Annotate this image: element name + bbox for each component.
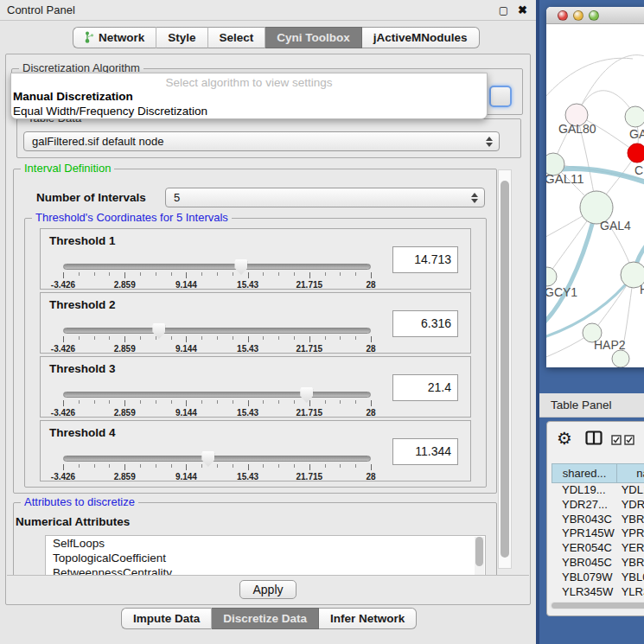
cell-name[interactable]: YIL05 [615,599,644,600]
threshold-value-field[interactable]: 6.316 [392,310,458,337]
cell-name[interactable]: YER05 [615,541,644,556]
node-label-gal11: GAL11 [546,171,584,186]
network-canvas[interactable]: GAL80GACGAL11GAL4GCY1HHAP2 [546,24,644,367]
cell-name[interactable]: YBL07 [615,571,644,585]
table-row[interactable]: YIL052CYIL05 [552,599,644,600]
tab-style[interactable]: Style [156,27,207,48]
slider-ticks [63,272,371,279]
threshold-slider[interactable]: -3.4262.8599.14415.4321.71528 [63,452,371,478]
interval-definition-label: Interval Definition [21,162,114,175]
split-pane-icon[interactable] [585,430,603,449]
table-row[interactable]: YBL079WYBL07 [552,571,644,585]
threshold-value-field[interactable]: 11.344 [392,438,458,465]
float-window-icon[interactable]: ▢ [499,4,508,16]
table-row[interactable]: YLR345WYLR34 [552,585,644,600]
node-top-right[interactable] [625,106,644,127]
column-header-shared[interactable]: shared... [552,463,617,483]
threshold-slider[interactable]: -3.4262.8599.14415.4321.71528 [63,388,371,414]
slider-track[interactable] [63,392,371,398]
thresholds-group: Threshold's Coordinates for 5 Intervals … [24,218,487,488]
algorithm-option-equal-width[interactable]: Equal Width/Frequency Discretization [13,105,207,118]
cell-name[interactable]: YBR04 [615,556,644,571]
slider-ticks [63,336,371,343]
threshold-slider[interactable]: -3.4262.8599.14415.4321.71528 [63,324,371,350]
slider-track[interactable] [63,328,371,334]
main-scrollbar-thumb[interactable] [501,181,509,558]
table-row[interactable]: YER054CYER05 [552,541,644,556]
node-label-c: C [634,163,643,177]
tab-cyni-toolbox[interactable]: Cyni Toolbox [265,27,362,48]
top-tab-bar: NetworkStyleSelectCyni ToolboxjActiveMNo… [73,27,480,48]
attribute-list-item[interactable]: SelfLoops [46,536,485,551]
threshold-label: Threshold 3 [49,362,116,375]
node-label-hap2: HAP2 [594,338,626,352]
minimize-traffic-light[interactable] [573,10,583,21]
cell-name[interactable]: YLR34 [615,585,644,600]
threshold-value-field[interactable]: 21.4 [392,374,458,401]
table-data-combo-value: galFiltered.sif default node [32,135,163,148]
zoom-traffic-light[interactable] [589,10,599,21]
threshold-slider[interactable]: -3.4262.8599.14415.4321.71528 [63,260,371,286]
network-edge[interactable] [577,55,644,115]
table-row[interactable]: YBR045CYBR04 [552,556,644,571]
slider-track[interactable] [63,264,371,270]
apply-button[interactable]: Apply [239,580,296,599]
table-hscrollbar-thumb[interactable] [552,603,644,609]
slider-track[interactable] [63,456,371,462]
table-body: YDL19...YDL19YDR27...YDR27YBR043CYBR04YP… [552,483,644,600]
network-view-window: GAL80GACGAL11GAL4GCY1HHAP2 [546,7,644,367]
node-gcy1[interactable] [546,267,557,286]
cell-name[interactable]: YDL19 [615,483,644,498]
close-icon[interactable]: ✖ [518,3,527,16]
right-panel: GAL80GACGAL11GAL4GCY1HHAP2 Table Panel ⚙… [536,0,644,644]
gear-icon[interactable]: ⚙ [557,428,572,449]
table-row[interactable]: YBR043CYBR04 [552,513,644,527]
bottom-tab-discretize-data[interactable]: Discretize Data [212,608,319,629]
node-label-gal80: GAL80 [558,122,596,136]
attributes-scrollbar[interactable] [475,537,484,578]
table-row[interactable]: YDL19...YDL19 [552,483,644,498]
main-scrollbar[interactable] [498,169,512,569]
tab-select[interactable]: Select [208,27,266,48]
tab-jactivemnodules[interactable]: jActiveMNodules [362,27,480,48]
cell-shared-name[interactable]: YBR045C [552,556,615,571]
cell-name[interactable]: YPR14 [615,526,644,541]
cell-shared-name[interactable]: YDR27... [552,498,615,513]
table-panel-title: Table Panel [551,399,612,411]
bottom-tab-label: Infer Network [330,612,405,625]
cell-name[interactable]: YBR04 [615,513,644,527]
cell-shared-name[interactable]: YER054C [552,541,615,556]
node-bottom[interactable] [612,350,629,367]
network-edge[interactable] [546,58,633,106]
bottom-tab-bar: Impute DataDiscretize DataInfer Network [121,608,417,629]
cell-shared-name[interactable]: YLR345W [552,585,615,600]
algorithm-combo-focused-fragment[interactable] [489,86,512,107]
attributes-group-label: Attributes to discretize [21,495,138,508]
checkbox-checked-icon[interactable] [624,433,634,449]
column-header-name[interactable]: na [617,463,644,483]
table-row[interactable]: YDR27...YDR27 [552,498,644,513]
slider-ticks [63,400,371,407]
attribute-list-item[interactable]: TopologicalCoefficient [46,551,485,565]
algorithm-option-manual[interactable]: Manual Discretization [13,90,133,103]
bottom-tab-impute-data[interactable]: Impute Data [121,608,212,629]
cell-shared-name[interactable]: YDL19... [552,483,615,498]
cell-shared-name[interactable]: YBR043C [552,513,615,527]
cell-shared-name[interactable]: YPR145W [552,526,615,541]
number-of-intervals-combo[interactable]: 5 [165,188,485,207]
numerical-attributes-list[interactable]: SelfLoopsTopologicalCoefficientBetweenne… [45,535,486,578]
slider-tick-labels: -3.4262.8599.14415.4321.71528 [63,344,371,354]
close-traffic-light[interactable] [558,10,568,21]
table-data-combo[interactable]: galFiltered.sif default node [23,131,500,151]
tab-network[interactable]: Network [73,27,156,48]
table-hscrollbar[interactable] [550,602,644,609]
checkbox-checked-icon[interactable] [611,433,622,449]
cell-shared-name[interactable]: YBL079W [552,571,615,585]
cell-shared-name[interactable]: YIL052C [552,599,615,600]
table-row[interactable]: YPR145WYPR14 [552,526,644,541]
threshold-value-field[interactable]: 14.713 [392,246,458,273]
cell-name[interactable]: YDR27 [615,498,644,513]
node-selected-red[interactable] [628,143,644,163]
bottom-tab-infer-network[interactable]: Infer Network [319,608,417,629]
algorithm-dropdown-popup: Select algorithm to view settings Manual… [10,73,488,119]
